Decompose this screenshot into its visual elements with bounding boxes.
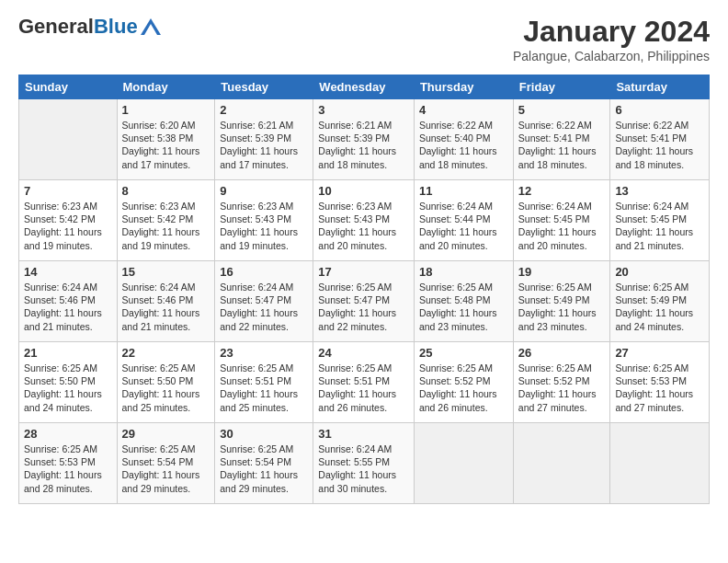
table-row: 26Sunrise: 6:25 AMSunset: 5:52 PMDayligh… [513, 342, 610, 423]
day-info: Sunrise: 6:22 AMSunset: 5:41 PMDaylight:… [518, 119, 606, 171]
table-row: 18Sunrise: 6:25 AMSunset: 5:48 PMDayligh… [414, 261, 513, 342]
table-row: 3Sunrise: 6:21 AMSunset: 5:39 PMDaylight… [313, 99, 415, 180]
day-number: 29 [122, 427, 210, 441]
calendar-week-5: 28Sunrise: 6:25 AMSunset: 5:53 PMDayligh… [19, 423, 710, 504]
logo-blue: Blue [94, 15, 138, 39]
day-info: Sunrise: 6:25 AMSunset: 5:50 PMDaylight:… [24, 362, 112, 414]
day-number: 24 [318, 346, 409, 360]
table-row: 15Sunrise: 6:24 AMSunset: 5:46 PMDayligh… [117, 261, 215, 342]
table-row: 4Sunrise: 6:22 AMSunset: 5:40 PMDaylight… [414, 99, 513, 180]
table-row: 16Sunrise: 6:24 AMSunset: 5:47 PMDayligh… [215, 261, 313, 342]
day-number: 22 [122, 346, 210, 360]
day-number: 1 [122, 103, 210, 117]
day-info: Sunrise: 6:25 AMSunset: 5:47 PMDaylight:… [318, 281, 409, 333]
day-info: Sunrise: 6:25 AMSunset: 5:52 PMDaylight:… [518, 362, 606, 414]
day-info: Sunrise: 6:24 AMSunset: 5:46 PMDaylight:… [24, 281, 112, 333]
header-thursday: Thursday [414, 75, 513, 99]
logo-general: General [18, 15, 94, 39]
header-saturday: Saturday [610, 75, 710, 99]
day-number: 7 [24, 184, 112, 198]
day-info: Sunrise: 6:23 AMSunset: 5:43 PMDaylight:… [220, 200, 308, 252]
logo: GeneralBlue [18, 15, 161, 39]
day-number: 15 [122, 265, 210, 279]
day-number: 20 [615, 265, 704, 279]
table-row: 24Sunrise: 6:25 AMSunset: 5:51 PMDayligh… [313, 342, 415, 423]
day-info: Sunrise: 6:25 AMSunset: 5:49 PMDaylight:… [518, 281, 606, 333]
day-number: 11 [419, 184, 508, 198]
table-row: 19Sunrise: 6:25 AMSunset: 5:49 PMDayligh… [513, 261, 610, 342]
table-row [610, 423, 710, 504]
day-number: 2 [220, 103, 308, 117]
day-info: Sunrise: 6:25 AMSunset: 5:51 PMDaylight:… [318, 362, 409, 414]
table-row: 30Sunrise: 6:25 AMSunset: 5:54 PMDayligh… [215, 423, 313, 504]
day-info: Sunrise: 6:23 AMSunset: 5:42 PMDaylight:… [24, 200, 112, 252]
day-info: Sunrise: 6:24 AMSunset: 5:46 PMDaylight:… [122, 281, 210, 333]
day-info: Sunrise: 6:24 AMSunset: 5:45 PMDaylight:… [615, 200, 704, 252]
table-row [19, 99, 118, 180]
day-number: 27 [615, 346, 704, 360]
calendar-week-1: 1Sunrise: 6:20 AMSunset: 5:38 PMDaylight… [19, 99, 710, 180]
calendar-table: Sunday Monday Tuesday Wednesday Thursday… [18, 75, 710, 504]
day-info: Sunrise: 6:22 AMSunset: 5:41 PMDaylight:… [615, 119, 704, 171]
table-row: 21Sunrise: 6:25 AMSunset: 5:50 PMDayligh… [19, 342, 118, 423]
calendar-week-2: 7Sunrise: 6:23 AMSunset: 5:42 PMDaylight… [19, 180, 710, 261]
day-info: Sunrise: 6:21 AMSunset: 5:39 PMDaylight:… [318, 119, 409, 171]
header-monday: Monday [117, 75, 215, 99]
header-sunday: Sunday [19, 75, 118, 99]
day-info: Sunrise: 6:25 AMSunset: 5:54 PMDaylight:… [122, 442, 210, 495]
day-info: Sunrise: 6:25 AMSunset: 5:52 PMDaylight:… [419, 362, 508, 414]
day-info: Sunrise: 6:25 AMSunset: 5:54 PMDaylight:… [220, 442, 308, 495]
table-row: 9Sunrise: 6:23 AMSunset: 5:43 PMDaylight… [215, 180, 313, 261]
day-number: 26 [518, 346, 606, 360]
day-info: Sunrise: 6:20 AMSunset: 5:38 PMDaylight:… [122, 119, 210, 171]
day-info: Sunrise: 6:21 AMSunset: 5:39 PMDaylight:… [220, 119, 308, 171]
day-info: Sunrise: 6:25 AMSunset: 5:53 PMDaylight:… [615, 362, 704, 414]
logo-text: GeneralBlue [18, 15, 161, 39]
day-number: 10 [318, 184, 409, 198]
table-row: 2Sunrise: 6:21 AMSunset: 5:39 PMDaylight… [215, 99, 313, 180]
day-info: Sunrise: 6:24 AMSunset: 5:47 PMDaylight:… [220, 281, 308, 333]
day-info: Sunrise: 6:25 AMSunset: 5:53 PMDaylight:… [24, 442, 112, 495]
calendar-week-3: 14Sunrise: 6:24 AMSunset: 5:46 PMDayligh… [19, 261, 710, 342]
day-number: 5 [518, 103, 606, 117]
day-number: 16 [220, 265, 308, 279]
table-row: 22Sunrise: 6:25 AMSunset: 5:50 PMDayligh… [117, 342, 215, 423]
table-row: 12Sunrise: 6:24 AMSunset: 5:45 PMDayligh… [513, 180, 610, 261]
page: GeneralBlue January 2024 Palangue, Calab… [0, 0, 728, 513]
header-friday: Friday [513, 75, 610, 99]
table-row: 5Sunrise: 6:22 AMSunset: 5:41 PMDaylight… [513, 99, 610, 180]
table-row: 11Sunrise: 6:24 AMSunset: 5:44 PMDayligh… [414, 180, 513, 261]
table-row: 13Sunrise: 6:24 AMSunset: 5:45 PMDayligh… [610, 180, 710, 261]
table-row: 25Sunrise: 6:25 AMSunset: 5:52 PMDayligh… [414, 342, 513, 423]
calendar-week-4: 21Sunrise: 6:25 AMSunset: 5:50 PMDayligh… [19, 342, 710, 423]
table-row: 28Sunrise: 6:25 AMSunset: 5:53 PMDayligh… [19, 423, 118, 504]
day-number: 12 [518, 184, 606, 198]
day-info: Sunrise: 6:22 AMSunset: 5:40 PMDaylight:… [419, 119, 508, 171]
day-number: 28 [24, 427, 112, 441]
day-info: Sunrise: 6:25 AMSunset: 5:51 PMDaylight:… [220, 362, 308, 414]
day-number: 13 [615, 184, 704, 198]
table-row: 14Sunrise: 6:24 AMSunset: 5:46 PMDayligh… [19, 261, 118, 342]
day-info: Sunrise: 6:25 AMSunset: 5:50 PMDaylight:… [122, 362, 210, 414]
day-number: 4 [419, 103, 508, 117]
calendar-header-row: Sunday Monday Tuesday Wednesday Thursday… [19, 75, 710, 99]
day-number: 21 [24, 346, 112, 360]
table-row: 27Sunrise: 6:25 AMSunset: 5:53 PMDayligh… [610, 342, 710, 423]
day-info: Sunrise: 6:24 AMSunset: 5:55 PMDaylight:… [318, 442, 409, 495]
day-info: Sunrise: 6:24 AMSunset: 5:45 PMDaylight:… [518, 200, 606, 252]
table-row: 6Sunrise: 6:22 AMSunset: 5:41 PMDaylight… [610, 99, 710, 180]
table-row: 1Sunrise: 6:20 AMSunset: 5:38 PMDaylight… [117, 99, 215, 180]
day-number: 14 [24, 265, 112, 279]
table-row: 8Sunrise: 6:23 AMSunset: 5:42 PMDaylight… [117, 180, 215, 261]
day-info: Sunrise: 6:24 AMSunset: 5:44 PMDaylight:… [419, 200, 508, 252]
subtitle: Palangue, Calabarzon, Philippines [513, 49, 710, 63]
table-row [513, 423, 610, 504]
header-wednesday: Wednesday [313, 75, 415, 99]
header-tuesday: Tuesday [215, 75, 313, 99]
table-row: 17Sunrise: 6:25 AMSunset: 5:47 PMDayligh… [313, 261, 415, 342]
day-number: 25 [419, 346, 508, 360]
table-row: 31Sunrise: 6:24 AMSunset: 5:55 PMDayligh… [313, 423, 415, 504]
day-number: 8 [122, 184, 210, 198]
table-row: 23Sunrise: 6:25 AMSunset: 5:51 PMDayligh… [215, 342, 313, 423]
day-number: 6 [615, 103, 704, 117]
